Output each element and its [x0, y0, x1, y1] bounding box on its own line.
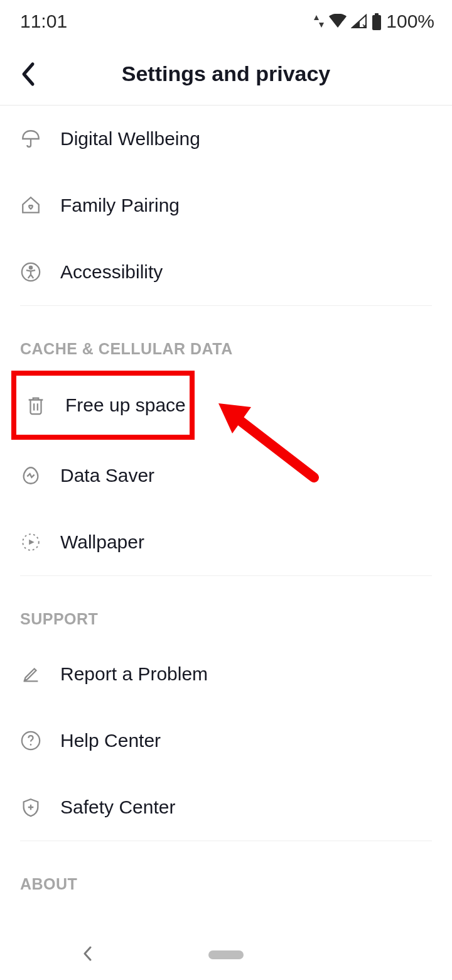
- shield-plus-icon: [20, 797, 41, 818]
- chevron-left-icon: [82, 945, 93, 962]
- item-data-saver[interactable]: Data Saver: [20, 442, 432, 509]
- signal-icon: ×: [351, 14, 367, 29]
- battery-icon: [371, 13, 382, 30]
- nav-back-button[interactable]: [82, 945, 93, 965]
- house-heart-icon: [20, 195, 41, 216]
- item-accessibility[interactable]: Accessibility: [20, 239, 432, 305]
- wallpaper-icon: [20, 531, 41, 553]
- svg-text:4: 4: [340, 20, 344, 28]
- page-title: Settings and privacy: [122, 62, 331, 86]
- svg-rect-2: [372, 15, 381, 30]
- section-header-cache: CACHE & CELLULAR DATA: [20, 306, 432, 371]
- item-label: Safety Center: [60, 797, 175, 818]
- data-saver-icon: [20, 465, 41, 486]
- item-label: Wallpaper: [60, 531, 144, 553]
- item-safety-center[interactable]: Safety Center: [20, 774, 432, 841]
- item-wallpaper[interactable]: Wallpaper: [20, 509, 432, 575]
- section-header-support: SUPPORT: [20, 576, 432, 641]
- nav-home-pill[interactable]: [208, 950, 244, 959]
- item-label: Accessibility: [60, 261, 163, 283]
- item-label: Free up space: [65, 395, 186, 416]
- app-header: Settings and privacy: [0, 43, 452, 106]
- item-family-pairing[interactable]: Family Pairing: [20, 172, 432, 239]
- back-button[interactable]: [15, 62, 40, 87]
- item-label: Report a Problem: [60, 663, 208, 685]
- question-circle-icon: [20, 730, 41, 751]
- item-label: Data Saver: [60, 465, 154, 486]
- status-bar: 11:01 4 × 100%: [0, 0, 452, 43]
- pencil-icon: [20, 663, 41, 685]
- svg-point-5: [30, 266, 32, 269]
- item-free-up-space[interactable]: Free up space: [16, 377, 190, 433]
- android-navbar: [0, 930, 452, 980]
- status-time: 11:01: [20, 11, 67, 32]
- wifi-icon: 4: [328, 14, 347, 29]
- item-label: Digital Wellbeing: [60, 128, 200, 150]
- section-header-about: ABOUT: [20, 841, 432, 906]
- item-help-center[interactable]: Help Center: [20, 707, 432, 774]
- svg-point-8: [30, 744, 32, 746]
- chevron-left-icon: [20, 62, 35, 87]
- item-label: Help Center: [60, 730, 161, 751]
- item-label: Family Pairing: [60, 195, 180, 216]
- svg-text:×: ×: [362, 22, 367, 29]
- status-right: 4 × 100%: [313, 11, 434, 32]
- data-updown-icon: [313, 14, 325, 29]
- svg-rect-3: [375, 13, 379, 16]
- item-report-problem[interactable]: Report a Problem: [20, 641, 432, 707]
- annotation-highlight: Free up space: [11, 371, 195, 440]
- accessibility-icon: [20, 261, 41, 283]
- item-digital-wellbeing[interactable]: Digital Wellbeing: [20, 106, 432, 172]
- trash-icon: [25, 395, 46, 416]
- battery-percent: 100%: [386, 11, 434, 32]
- umbrella-icon: [20, 128, 41, 150]
